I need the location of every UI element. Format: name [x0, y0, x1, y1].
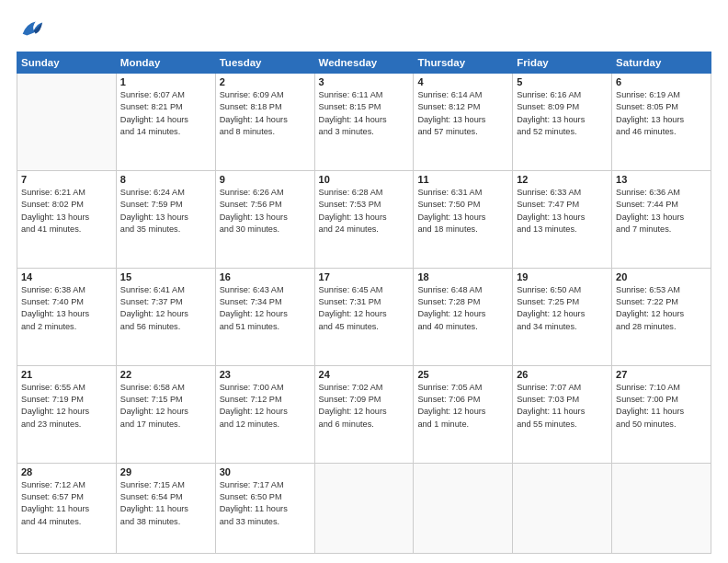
calendar-cell: 29Sunrise: 7:15 AM Sunset: 6:54 PM Dayli… [116, 463, 215, 554]
day-number: 28 [21, 466, 112, 477]
weekday-header-thursday: Thursday [414, 52, 513, 74]
calendar-cell: 15Sunrise: 6:41 AM Sunset: 7:37 PM Dayli… [116, 268, 215, 365]
day-number: 1 [120, 76, 211, 87]
cell-info: Sunrise: 7:10 AM Sunset: 7:00 PM Dayligh… [616, 382, 707, 431]
calendar-cell: 30Sunrise: 7:17 AM Sunset: 6:50 PM Dayli… [215, 463, 314, 554]
day-number: 17 [319, 271, 410, 282]
day-number: 13 [616, 174, 707, 185]
cell-info: Sunrise: 6:48 AM Sunset: 7:28 PM Dayligh… [417, 284, 508, 333]
day-number: 21 [21, 369, 112, 380]
calendar-cell: 4Sunrise: 6:14 AM Sunset: 8:12 PM Daylig… [414, 74, 513, 171]
day-number: 12 [517, 174, 608, 185]
day-number: 29 [120, 466, 211, 477]
day-number: 20 [616, 271, 707, 282]
cell-info: Sunrise: 6:26 AM Sunset: 7:56 PM Dayligh… [220, 187, 311, 236]
weekday-header-wednesday: Wednesday [314, 52, 414, 74]
cell-info: Sunrise: 7:07 AM Sunset: 7:03 PM Dayligh… [517, 382, 608, 431]
calendar-cell: 13Sunrise: 6:36 AM Sunset: 7:44 PM Dayli… [612, 170, 711, 268]
cell-info: Sunrise: 6:41 AM Sunset: 7:37 PM Dayligh… [120, 284, 211, 333]
weekday-header-friday: Friday [513, 52, 612, 74]
weekday-header-row: SundayMondayTuesdayWednesdayThursdayFrid… [17, 52, 711, 74]
calendar-cell: 23Sunrise: 7:00 AM Sunset: 7:12 PM Dayli… [215, 365, 314, 463]
weekday-header-saturday: Saturday [612, 52, 711, 74]
calendar-cell: 5Sunrise: 6:16 AM Sunset: 8:09 PM Daylig… [513, 74, 612, 171]
calendar-cell: 8Sunrise: 6:24 AM Sunset: 7:59 PM Daylig… [116, 170, 215, 268]
calendar-cell: 14Sunrise: 6:38 AM Sunset: 7:40 PM Dayli… [17, 268, 117, 365]
cell-info: Sunrise: 6:24 AM Sunset: 7:59 PM Dayligh… [120, 187, 211, 236]
day-number: 18 [417, 271, 508, 282]
logo [17, 17, 44, 42]
cell-info: Sunrise: 6:16 AM Sunset: 8:09 PM Dayligh… [517, 89, 608, 138]
cell-info: Sunrise: 6:58 AM Sunset: 7:15 PM Dayligh… [120, 382, 211, 431]
calendar-cell: 22Sunrise: 6:58 AM Sunset: 7:15 PM Dayli… [116, 365, 215, 463]
calendar-cell [17, 74, 117, 171]
calendar-cell: 10Sunrise: 6:28 AM Sunset: 7:53 PM Dayli… [314, 170, 414, 268]
logo-bird-icon [18, 17, 44, 42]
day-number: 4 [417, 76, 508, 87]
weekday-header-tuesday: Tuesday [215, 52, 314, 74]
calendar-cell: 17Sunrise: 6:45 AM Sunset: 7:31 PM Dayli… [314, 268, 414, 365]
cell-info: Sunrise: 6:07 AM Sunset: 8:21 PM Dayligh… [120, 89, 211, 138]
header [17, 17, 711, 42]
day-number: 25 [417, 369, 508, 380]
day-number: 5 [517, 76, 608, 87]
day-number: 9 [220, 174, 311, 185]
calendar-cell: 2Sunrise: 6:09 AM Sunset: 8:18 PM Daylig… [215, 74, 314, 171]
calendar-week-row: 14Sunrise: 6:38 AM Sunset: 7:40 PM Dayli… [17, 268, 711, 365]
cell-info: Sunrise: 6:19 AM Sunset: 8:05 PM Dayligh… [616, 89, 707, 138]
day-number: 6 [616, 76, 707, 87]
cell-info: Sunrise: 6:55 AM Sunset: 7:19 PM Dayligh… [21, 382, 112, 431]
day-number: 7 [21, 174, 112, 185]
calendar-cell: 27Sunrise: 7:10 AM Sunset: 7:00 PM Dayli… [612, 365, 711, 463]
calendar-cell [612, 463, 711, 554]
page: SundayMondayTuesdayWednesdayThursdayFrid… [0, 0, 728, 563]
day-number: 15 [120, 271, 211, 282]
cell-info: Sunrise: 6:33 AM Sunset: 7:47 PM Dayligh… [517, 187, 608, 236]
day-number: 11 [417, 174, 508, 185]
cell-info: Sunrise: 7:17 AM Sunset: 6:50 PM Dayligh… [220, 479, 311, 528]
calendar-cell: 11Sunrise: 6:31 AM Sunset: 7:50 PM Dayli… [414, 170, 513, 268]
calendar-week-row: 1Sunrise: 6:07 AM Sunset: 8:21 PM Daylig… [17, 74, 711, 171]
day-number: 16 [220, 271, 311, 282]
calendar-cell: 19Sunrise: 6:50 AM Sunset: 7:25 PM Dayli… [513, 268, 612, 365]
cell-info: Sunrise: 6:43 AM Sunset: 7:34 PM Dayligh… [220, 284, 311, 333]
calendar-cell: 9Sunrise: 6:26 AM Sunset: 7:56 PM Daylig… [215, 170, 314, 268]
calendar-cell: 24Sunrise: 7:02 AM Sunset: 7:09 PM Dayli… [314, 365, 414, 463]
day-number: 27 [616, 369, 707, 380]
calendar-cell: 21Sunrise: 6:55 AM Sunset: 7:19 PM Dayli… [17, 365, 117, 463]
calendar-cell: 1Sunrise: 6:07 AM Sunset: 8:21 PM Daylig… [116, 74, 215, 171]
weekday-header-monday: Monday [116, 52, 215, 74]
weekday-header-sunday: Sunday [17, 52, 117, 74]
day-number: 30 [220, 466, 311, 477]
day-number: 8 [120, 174, 211, 185]
cell-info: Sunrise: 7:12 AM Sunset: 6:57 PM Dayligh… [21, 479, 112, 528]
day-number: 19 [517, 271, 608, 282]
cell-info: Sunrise: 6:53 AM Sunset: 7:22 PM Dayligh… [616, 284, 707, 333]
day-number: 14 [21, 271, 112, 282]
day-number: 3 [319, 76, 410, 87]
calendar-table: SundayMondayTuesdayWednesdayThursdayFrid… [17, 52, 711, 554]
calendar-week-row: 7Sunrise: 6:21 AM Sunset: 8:02 PM Daylig… [17, 170, 711, 268]
day-number: 24 [319, 369, 410, 380]
cell-info: Sunrise: 6:11 AM Sunset: 8:15 PM Dayligh… [319, 89, 410, 138]
cell-info: Sunrise: 6:36 AM Sunset: 7:44 PM Dayligh… [616, 187, 707, 236]
cell-info: Sunrise: 7:02 AM Sunset: 7:09 PM Dayligh… [319, 382, 410, 431]
calendar-cell: 6Sunrise: 6:19 AM Sunset: 8:05 PM Daylig… [612, 74, 711, 171]
calendar-cell [414, 463, 513, 554]
calendar-cell: 25Sunrise: 7:05 AM Sunset: 7:06 PM Dayli… [414, 365, 513, 463]
calendar-cell [513, 463, 612, 554]
calendar-cell: 18Sunrise: 6:48 AM Sunset: 7:28 PM Dayli… [414, 268, 513, 365]
calendar-cell: 20Sunrise: 6:53 AM Sunset: 7:22 PM Dayli… [612, 268, 711, 365]
cell-info: Sunrise: 6:31 AM Sunset: 7:50 PM Dayligh… [417, 187, 508, 236]
cell-info: Sunrise: 7:00 AM Sunset: 7:12 PM Dayligh… [220, 382, 311, 431]
cell-info: Sunrise: 6:38 AM Sunset: 7:40 PM Dayligh… [21, 284, 112, 333]
cell-info: Sunrise: 6:09 AM Sunset: 8:18 PM Dayligh… [220, 89, 311, 138]
cell-info: Sunrise: 6:14 AM Sunset: 8:12 PM Dayligh… [417, 89, 508, 138]
cell-info: Sunrise: 7:05 AM Sunset: 7:06 PM Dayligh… [417, 382, 508, 431]
calendar-cell: 26Sunrise: 7:07 AM Sunset: 7:03 PM Dayli… [513, 365, 612, 463]
calendar-cell: 16Sunrise: 6:43 AM Sunset: 7:34 PM Dayli… [215, 268, 314, 365]
calendar-cell: 12Sunrise: 6:33 AM Sunset: 7:47 PM Dayli… [513, 170, 612, 268]
cell-info: Sunrise: 7:15 AM Sunset: 6:54 PM Dayligh… [120, 479, 211, 528]
cell-info: Sunrise: 6:45 AM Sunset: 7:31 PM Dayligh… [319, 284, 410, 333]
day-number: 23 [220, 369, 311, 380]
